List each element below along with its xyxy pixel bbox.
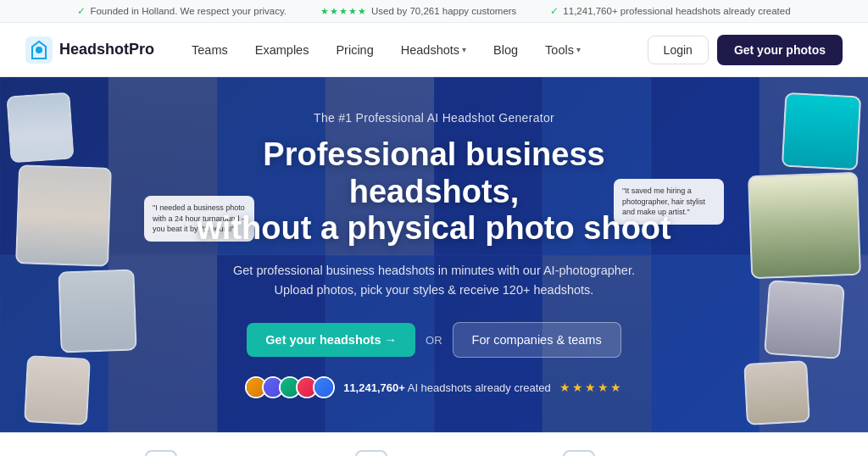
- for-teams-button[interactable]: For companies & teams: [453, 322, 621, 358]
- hero-buttons: Get your headshots → OR For companies & …: [188, 322, 680, 358]
- nav-actions: Login Get your photos: [648, 35, 843, 65]
- topbar-item-3: ✓ 11,241,760+ professional headshots alr…: [550, 5, 790, 17]
- nav-headshots[interactable]: Headshots ▾: [389, 36, 478, 64]
- navbar: HeadshotPro Teams Examples Pricing Heads…: [0, 23, 868, 77]
- rating-stars: ★★★★★: [559, 381, 623, 394]
- or-text: OR: [426, 334, 442, 347]
- hero-content: The #1 Professional AI Headshot Generato…: [171, 77, 697, 432]
- step-1-icon: [145, 450, 177, 456]
- step-3-icon: [563, 450, 595, 456]
- nav-teams[interactable]: Teams: [180, 36, 240, 64]
- svg-point-1: [36, 47, 42, 53]
- step-2-icon: [355, 450, 387, 456]
- headshot-photo: [6, 92, 74, 163]
- hero-subtitle: The #1 Professional AI Headshot Generato…: [188, 111, 680, 125]
- logo-link[interactable]: HeadshotPro: [25, 36, 154, 64]
- nav-examples[interactable]: Examples: [243, 36, 321, 64]
- topbar-text-1: Founded in Holland. We respect your priv…: [90, 6, 287, 16]
- nav-pricing[interactable]: Pricing: [324, 36, 385, 64]
- logo-text: HeadshotPro: [59, 41, 154, 58]
- chevron-down-icon: ▾: [462, 45, 466, 54]
- headshot-photo: [58, 270, 136, 353]
- side-photos-left: [0, 77, 170, 432]
- topbar-stars: ★★★★★: [320, 6, 367, 17]
- chevron-down-icon-2: ▾: [576, 45, 581, 54]
- top-bar: ✓ Founded in Holland. We respect your pr…: [0, 0, 868, 23]
- nav-blog[interactable]: Blog: [481, 36, 530, 64]
- topbar-item-2: ★★★★★ Used by 70,261 happy customers: [320, 6, 516, 17]
- check-icon-2: ✓: [550, 5, 559, 17]
- avatar: [313, 376, 335, 398]
- hero-section: "I needed a business photo with a 24 hou…: [0, 77, 868, 432]
- topbar-text-2: Used by 70,261 happy customers: [371, 6, 516, 16]
- headshot-photo: [764, 280, 845, 359]
- headshot-photo: [15, 165, 112, 267]
- hero-title: Professional business headshots,without …: [188, 136, 680, 247]
- login-button[interactable]: Login: [648, 36, 709, 64]
- headshot-photo: [748, 172, 861, 280]
- headshot-photo: [782, 92, 861, 171]
- avatar-group: [245, 376, 335, 398]
- check-icon-1: ✓: [77, 5, 86, 17]
- topbar-text-3: 11,241,760+ professional headshots alrea…: [563, 6, 790, 16]
- social-count-text: 11,241,760+ AI headshots already created: [343, 381, 551, 394]
- headshot-photo: [743, 361, 810, 426]
- nav-links: Teams Examples Pricing Headshots ▾ Blog …: [180, 36, 648, 64]
- side-photos-right: [698, 77, 868, 432]
- hero-description: Get professional business headshots in m…: [188, 261, 680, 300]
- get-photos-button[interactable]: Get your photos: [717, 35, 843, 65]
- nav-tools[interactable]: Tools ▾: [533, 36, 593, 64]
- headshot-photo: [24, 355, 91, 425]
- step-2: Step 2: Our AI goes to work: [330, 450, 512, 456]
- get-headshots-button[interactable]: Get your headshots →: [247, 323, 415, 357]
- social-proof: 11,241,760+ AI headshots already created…: [188, 376, 680, 398]
- steps-bar: Step 1: Upload a few selfies → Step 2: O…: [0, 432, 868, 456]
- step-3: Step 3: Download your headshots: [537, 450, 748, 456]
- topbar-item-1: ✓ Founded in Holland. We respect your pr…: [77, 5, 287, 17]
- logo-icon: [25, 36, 53, 64]
- step-1: Step 1: Upload a few selfies: [120, 450, 303, 456]
